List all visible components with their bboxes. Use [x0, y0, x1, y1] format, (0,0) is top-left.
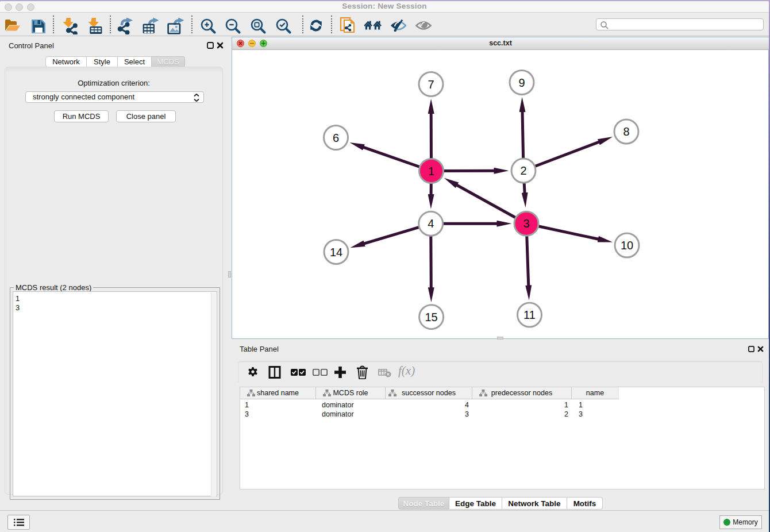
svg-text:1: 1	[428, 165, 434, 178]
svg-text:11: 11	[523, 309, 536, 321]
svg-text:9: 9	[518, 76, 525, 89]
svg-text:2: 2	[520, 164, 526, 177]
svg-text:14: 14	[330, 246, 342, 259]
svg-text:7: 7	[428, 78, 434, 91]
svg-text:8: 8	[623, 125, 629, 138]
svg-text:10: 10	[621, 239, 633, 252]
svg-text:4: 4	[428, 217, 434, 230]
svg-text:15: 15	[425, 311, 437, 323]
svg-text:3: 3	[523, 217, 529, 230]
svg-text:6: 6	[333, 132, 339, 144]
